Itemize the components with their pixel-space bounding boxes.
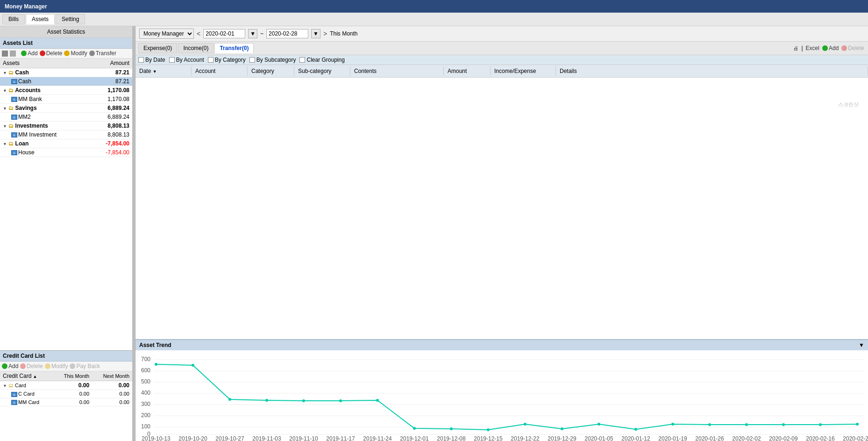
cc-delete-button[interactable]: Delete [20,363,43,369]
assets-modify-button[interactable]: Modify [64,50,87,57]
clear-grouping-option[interactable]: Clear Grouping [299,57,344,63]
svg-point-35 [856,423,859,426]
svg-text:2020-02-09: 2020-02-09 [769,435,798,441]
svg-point-27 [561,427,563,430]
assets-table: Assets Amount ▼ 🗂 Cash 87.21 [0,58,132,157]
account-icon: ≡ [11,150,17,155]
svg-text:2019-12-01: 2019-12-01 [400,435,429,441]
right-panel: Money Manager < ▼ ~ ▼ > This Month Expen… [135,26,868,441]
svg-text:2019-12-15: 2019-12-15 [474,435,503,441]
svg-text:500: 500 [141,378,150,385]
svg-point-16 [155,363,157,366]
by-account-checkbox[interactable] [169,57,175,63]
tab-transfer[interactable]: Transfer(0) [214,43,254,53]
table-row[interactable]: ≡Cash 87.21 [0,77,132,86]
payback-icon [70,363,75,369]
svg-text:300: 300 [141,401,150,407]
svg-text:600: 600 [141,367,150,374]
assets-section-title: Assets List [0,38,132,49]
start-date-picker[interactable]: ▼ [248,29,257,38]
svg-point-34 [819,423,822,426]
table-row[interactable]: ▼ 🗂 Loan -7,854.00 [0,139,132,148]
data-table-header: Date ▼ Account Category Sub-category Con… [135,65,868,78]
th-details[interactable]: Details [556,66,868,76]
col-next-month: Next Month [92,371,132,381]
svg-text:2019-11-17: 2019-11-17 [326,435,355,441]
cc-payback-button[interactable]: Pay Back [70,363,100,369]
svg-text:2020-01-12: 2020-01-12 [621,435,650,441]
add-transaction-button[interactable]: Add [822,45,839,51]
delete-transaction-button[interactable]: Delete [841,45,864,51]
next-date-button[interactable]: > [323,30,327,37]
svg-text:700: 700 [141,356,150,362]
end-date-picker[interactable]: ▼ [311,29,320,38]
by-category-checkbox[interactable] [208,57,213,63]
col-assets: Assets [0,58,82,68]
watermark: 스크린샷 [838,101,859,108]
grouping-row: By Date By Account By Category By Subcat… [135,55,868,65]
tab-assets[interactable]: Assets [26,14,55,24]
account-dropdown[interactable]: Money Manager [139,29,194,39]
tab-bills[interactable]: Bills [2,14,25,24]
clear-grouping-checkbox[interactable] [299,57,305,63]
tab-income[interactable]: Income(0) [178,43,213,53]
assets-transfer-button[interactable]: Transfer [89,50,116,57]
table-row[interactable]: ≡MM Card 0.00 0.00 [0,398,132,406]
assets-delete-button[interactable]: Delete [40,50,63,57]
th-date[interactable]: Date ▼ [135,66,192,76]
prev-date-button[interactable]: < [197,30,200,37]
this-month-label: This Month [330,30,357,37]
th-income-expense[interactable]: Income/Expense [491,66,556,76]
svg-text:2019-12-22: 2019-12-22 [511,435,540,441]
start-date-input[interactable] [203,29,245,38]
table-row[interactable]: ≡MM Bank 1,170.08 [0,95,132,104]
by-account-option[interactable]: By Account [169,57,204,63]
cc-add-button[interactable]: Add [2,363,18,369]
by-date-checkbox[interactable] [138,57,144,63]
table-row[interactable]: ▼ 🗂 Savings 6,889.24 [0,104,132,113]
col-cc: Credit Card ▲ [0,371,53,381]
assets-add-button[interactable]: Add [21,50,37,57]
th-account[interactable]: Account [192,66,248,76]
tab-setting[interactable]: Setting [56,14,85,24]
table-row[interactable]: ▼ 🗂 Accounts 1,170.08 [0,86,132,95]
table-row[interactable]: ▼ 🗂 Card 0.00 0.00 [0,381,132,390]
svg-point-26 [524,423,526,426]
svg-text:400: 400 [141,390,150,396]
cc-modify-button[interactable]: Modify [45,363,68,369]
trend-chart: 700 600 500 400 300 200 100 0 [135,353,868,441]
table-row[interactable]: ≡C Card 0.00 0.00 [0,390,132,398]
delete-icon [20,363,26,369]
end-date-input[interactable] [266,29,308,38]
th-subcategory[interactable]: Sub-category [294,66,350,76]
svg-text:2019-12-08: 2019-12-08 [437,435,466,441]
by-subcategory-option[interactable]: By Subcategory [249,57,296,63]
transfer-icon [89,51,95,56]
table-row[interactable]: ≡House -7,854.00 [0,148,132,157]
by-category-option[interactable]: By Category [208,57,246,63]
tab-expense[interactable]: Expense(0) [138,43,177,53]
th-contents[interactable]: Contents [350,66,444,76]
svg-point-33 [782,423,785,426]
filter-bar: Money Manager < ▼ ~ ▼ > This Month [135,26,868,42]
tab-row: Expense(0) Income(0) Transfer(0) [135,42,256,55]
table-row[interactable]: ▼ 🗂 Cash 87.21 [0,68,132,77]
by-subcategory-checkbox[interactable] [249,57,255,63]
title-bar: Money Manager [0,0,868,13]
assets-tbody: ▼ 🗂 Cash 87.21 ≡Cash 87.21 [0,68,132,157]
th-amount[interactable]: Amount [444,66,491,76]
table-row[interactable]: ▼ 🗂 Investments 8,808.13 [0,122,132,130]
trend-section: Asset Trend ▼ 700 600 500 400 300 200 10… [135,339,868,441]
print-button[interactable]: 🖨 [793,45,798,51]
svg-text:2020-01-26: 2020-01-26 [695,435,724,441]
col-this-month: This Month [53,371,92,381]
trend-collapse-icon[interactable]: ▼ [859,342,864,348]
table-row[interactable]: ≡MM Investment 8,808.13 [0,130,132,139]
svg-text:2019-10-20: 2019-10-20 [178,435,207,441]
th-category[interactable]: Category [248,66,294,76]
by-date-option[interactable]: By Date [138,57,165,63]
excel-button[interactable]: Excel [806,45,819,51]
svg-point-22 [376,399,379,402]
cc-tbody: ▼ 🗂 Card 0.00 0.00 ≡C Card 0.00 [0,381,132,406]
table-row[interactable]: ≡MM2 6,889.24 [0,113,132,122]
